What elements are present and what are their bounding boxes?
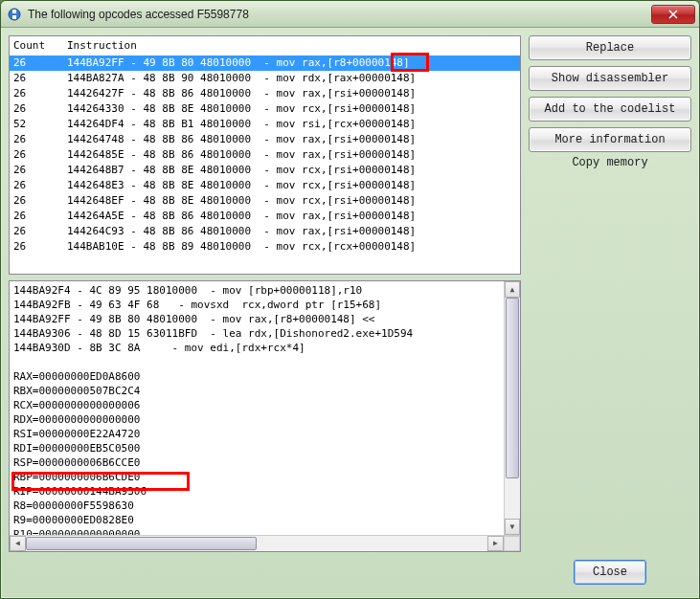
- titlebar[interactable]: The following opcodes accessed F5598778: [1, 1, 699, 28]
- table-row[interactable]: 26144264A5E - 48 8B 86 48010000 - mov ra…: [10, 209, 520, 224]
- register-line: R10=0000000000000000: [13, 527, 516, 535]
- scroll-corner: [504, 536, 520, 551]
- instruction-list[interactable]: Count Instruction 26144BA92FF - 49 8B 80…: [9, 35, 521, 275]
- register-line: R8=00000000F5598630: [13, 499, 516, 513]
- scroll-down-icon[interactable]: ▼: [505, 519, 520, 535]
- cell-instruction: 144264748 - 48 8B 86 48010000 - mov rax,…: [67, 132, 516, 147]
- disasm-line: 144BA92F4 - 4C 89 95 18010000 - mov [rbp…: [13, 283, 516, 298]
- left-column: Count Instruction 26144BA92FF - 49 8B 80…: [9, 35, 521, 590]
- close-button[interactable]: Close: [574, 560, 646, 585]
- cell-count: 26: [13, 209, 67, 224]
- register-line: RIP=00000000144BA9306: [13, 484, 516, 499]
- table-row[interactable]: 261442648B7 - 48 8B 8E 48010000 - mov rc…: [10, 163, 520, 178]
- cell-instruction: 144264A5E - 48 8B 86 48010000 - mov rax,…: [67, 209, 516, 224]
- table-row[interactable]: 26144264330 - 48 8B 8E 48010000 - mov rc…: [10, 101, 520, 117]
- table-row[interactable]: 26144BA827A - 48 8B 90 48010000 - mov rd…: [10, 71, 520, 86]
- content-area: Count Instruction 26144BA92FF - 49 8B 80…: [1, 28, 699, 598]
- table-row[interactable]: 26144BAB10E - 48 8B 89 48010000 - mov rc…: [10, 239, 520, 255]
- add-codelist-button[interactable]: Add to the codelist: [529, 97, 691, 122]
- cell-count: 26: [13, 132, 67, 147]
- table-row[interactable]: 26144BA92FF - 49 8B 80 48010000 - mov ra…: [10, 55, 520, 71]
- cell-count: 26: [13, 71, 67, 86]
- cell-count: 26: [13, 101, 67, 117]
- cell-count: 26: [13, 147, 67, 163]
- scroll-up-icon[interactable]: ▲: [505, 281, 520, 298]
- cell-instruction: 1442648B7 - 48 8B 8E 48010000 - mov rcx,…: [67, 163, 516, 178]
- cell-instruction: 1442648E3 - 48 8B 8E 48010000 - mov rcx,…: [67, 178, 516, 193]
- table-row[interactable]: 2614426485E - 48 8B 86 48010000 - mov ra…: [10, 147, 520, 163]
- cell-instruction: 1442648EF - 48 8B 8E 48010000 - mov rcx,…: [67, 193, 516, 209]
- app-icon: [7, 7, 22, 22]
- register-line: RDI=00000000EB5C0500: [13, 441, 516, 455]
- cell-instruction: 144BA827A - 48 8B 90 48010000 - mov rdx,…: [67, 71, 516, 86]
- right-column: Replace Show disassembler Add to the cod…: [529, 35, 691, 590]
- cell-instruction: 144264330 - 48 8B 8E 48010000 - mov rcx,…: [67, 101, 516, 117]
- cell-instruction: 144264DF4 - 48 8B B1 48010000 - mov rsi,…: [67, 117, 516, 132]
- disasm-line: 144BA930D - 8B 3C 8A - mov edi,[rdx+rcx*…: [13, 341, 516, 355]
- table-row[interactable]: 2614426427F - 48 8B 86 48010000 - mov ra…: [10, 86, 520, 101]
- disasm-line: 144BA92FF - 49 8B 80 48010000 - mov rax,…: [13, 312, 516, 326]
- list-header: Count Instruction: [10, 36, 520, 55]
- vertical-scrollbar[interactable]: ▲ ▼: [504, 281, 520, 535]
- cell-count: 26: [13, 224, 67, 239]
- svg-rect-2: [12, 15, 16, 19]
- window-close-button[interactable]: [651, 5, 695, 24]
- table-row[interactable]: 52144264DF4 - 48 8B B1 48010000 - mov rs…: [10, 117, 520, 132]
- register-line: RAX=00000000ED0A8600: [13, 369, 516, 384]
- cell-count: 26: [13, 163, 67, 178]
- register-line: RBX=00000000507BC2C4: [13, 384, 516, 398]
- cell-instruction: 14426427F - 48 8B 86 48010000 - mov rax,…: [67, 86, 516, 101]
- table-row[interactable]: 261442648E3 - 48 8B 8E 48010000 - mov rc…: [10, 178, 520, 193]
- svg-rect-1: [12, 10, 16, 13]
- register-line: RSP=0000000006B6CCE0: [13, 455, 516, 470]
- register-line: RDX=0000000000000000: [13, 412, 516, 427]
- header-count: Count: [13, 38, 67, 54]
- header-instruction: Instruction: [67, 38, 516, 54]
- cell-instruction: 144264C93 - 48 8B 86 48010000 - mov rax,…: [67, 224, 516, 239]
- cell-instruction: 144BAB10E - 48 8B 89 48010000 - mov rcx,…: [67, 239, 516, 255]
- horizontal-scrollbar[interactable]: ◀ ▶: [10, 535, 520, 551]
- register-line: RBP=0000000006B6CDE0: [13, 470, 516, 484]
- disasm-line: 144BA92FB - 49 63 4F 68 - movsxd rcx,dwo…: [13, 298, 516, 312]
- register-line: RCX=0000000000000006: [13, 398, 516, 412]
- table-row[interactable]: 26144264C93 - 48 8B 86 48010000 - mov ra…: [10, 224, 520, 239]
- scroll-left-icon[interactable]: ◀: [10, 536, 26, 551]
- table-row[interactable]: 26144264748 - 48 8B 86 48010000 - mov ra…: [10, 132, 520, 147]
- cell-instruction: 14426485E - 48 8B 86 48010000 - mov rax,…: [67, 147, 516, 163]
- cell-count: 26: [13, 193, 67, 209]
- cell-instruction: 144BA92FF - 49 8B 80 48010000 - mov rax,…: [67, 55, 516, 71]
- table-row[interactable]: 261442648EF - 48 8B 8E 48010000 - mov rc…: [10, 193, 520, 209]
- cell-count: 26: [13, 55, 67, 71]
- replace-button[interactable]: Replace: [529, 35, 691, 60]
- scroll-right-icon[interactable]: ▶: [487, 536, 504, 551]
- cell-count: 52: [13, 117, 67, 132]
- window-title: The following opcodes accessed F5598778: [28, 8, 651, 21]
- disasm-line: 144BA9306 - 48 8D 15 63011BFD - lea rdx,…: [13, 326, 516, 341]
- cell-count: 26: [13, 178, 67, 193]
- copy-memory-label: Copy memory: [529, 156, 691, 169]
- detail-panel[interactable]: 144BA92F4 - 4C 89 95 18010000 - mov [rbp…: [9, 280, 521, 552]
- window: The following opcodes accessed F5598778 …: [0, 0, 700, 599]
- more-information-button[interactable]: More information: [529, 127, 691, 152]
- show-disassembler-button[interactable]: Show disassembler: [529, 66, 691, 91]
- cell-count: 26: [13, 86, 67, 101]
- register-line: RSI=00000000E22A4720: [13, 427, 516, 441]
- register-line: R9=00000000ED0828E0: [13, 513, 516, 527]
- cell-count: 26: [13, 239, 67, 255]
